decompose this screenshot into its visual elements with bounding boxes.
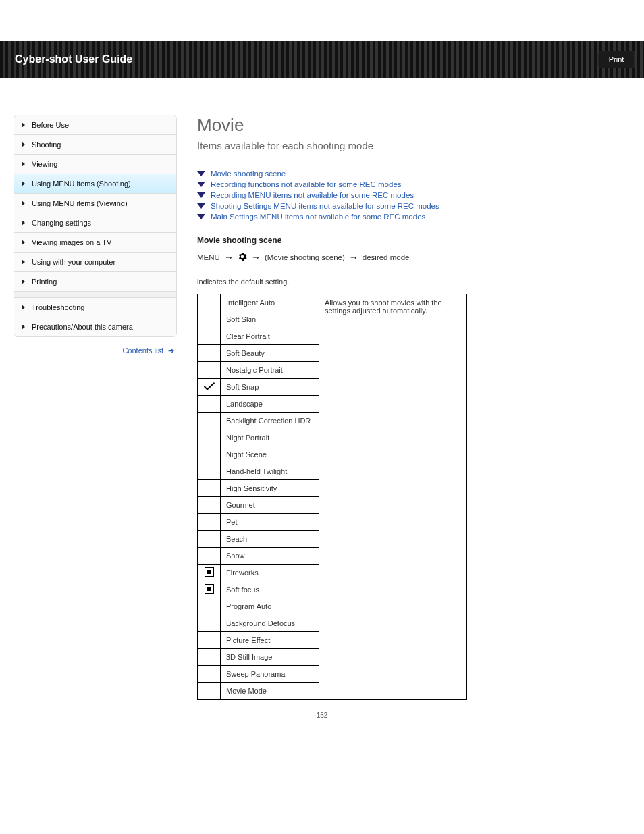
sidebar: Before Use Shooting Viewing Using MENU i… [14,115,177,355]
sidebar-item-changing-settings[interactable]: Changing settings [14,213,176,233]
arrow-right-icon: → [251,252,261,263]
layout: Before Use Shooting Viewing Using MENU i… [0,115,644,700]
checkmark-icon [203,384,215,392]
sidebar-item-printing[interactable]: Printing [14,272,176,292]
mark-cell [198,463,221,480]
label-cell: Soft Snap [221,379,319,396]
mark-cell [198,480,221,497]
settings-table: Intelligent Auto Allows you to shoot mov… [197,294,467,700]
label-cell: Night Scene [221,446,319,463]
label-cell: Nostalgic Portrait [221,362,319,379]
label-cell: Backlight Correction HDR [221,413,319,429]
mark-cell [198,531,221,548]
path-segment: (Movie shooting scene) [265,253,345,261]
toc-list: Movie shooting scene Recording functions… [197,168,630,222]
label-cell: Intelligent Auto [221,294,319,311]
mark-cell [198,581,221,598]
main-content: Movie Items available for each shooting … [177,115,630,700]
sidebar-item-troubleshooting[interactable]: Troubleshooting [14,297,176,317]
page-subtitle: Items available for each shooting mode [197,140,630,157]
dot-box-icon [205,567,214,577]
desc-cell: Allows you to shoot movies with the sett… [319,294,467,700]
mark-cell [198,548,221,565]
label-cell: Soft Beauty [221,345,319,362]
page-title: Movie [197,115,630,136]
arrow-right-icon: → [349,252,358,263]
label-cell: Night Portrait [221,429,319,446]
label-cell: Fireworks [221,565,319,581]
mark-cell [198,328,221,345]
mark-cell [198,311,221,328]
label-cell: Movie Mode [221,683,319,700]
label-cell: Soft focus [221,581,319,598]
mark-cell [198,497,221,514]
toc-item[interactable]: Recording MENU items not available for s… [197,190,630,201]
arrow-right-icon: ➔ [168,346,174,355]
table-row: Intelligent Auto Allows you to shoot mov… [198,294,467,311]
label-cell: 3D Still Image [221,649,319,666]
mark-cell [198,598,221,615]
mark-cell [198,429,221,446]
mark-cell [198,396,221,413]
label-cell: Sweep Panorama [221,666,319,683]
label-cell: High Sensitivity [221,480,319,497]
sidebar-item-view-on-tv[interactable]: Viewing images on a TV [14,233,176,253]
mark-cell [198,362,221,379]
path-segment: desired mode [363,253,410,261]
label-cell: Gourmet [221,497,319,514]
site-title: Cyber-shot User Guide [5,53,132,66]
mark-cell [198,683,221,700]
toc-item[interactable]: Shooting Settings MENU items not availab… [197,201,630,211]
label-cell: Pet [221,514,319,531]
menu-path: MENU → → (Movie shooting scene) → desire… [197,252,630,263]
label-cell: Picture Effect [221,632,319,649]
sidebar-item-menu-shooting[interactable]: Using MENU items (Shooting) [14,174,176,194]
mark-cell [198,514,221,531]
mark-cell [198,345,221,362]
label-cell: Program Auto [221,598,319,615]
sidebar-item-before-use[interactable]: Before Use [14,115,176,135]
sidebar-item-computer[interactable]: Using with your computer [14,253,176,272]
page-number: 152 [0,712,644,733]
sidebar-item-viewing[interactable]: Viewing [14,155,176,174]
toc-item[interactable]: Recording functions not available for so… [197,179,630,190]
default-note: indicates the default setting. [197,278,630,286]
label-cell: Snow [221,548,319,565]
label-cell: Hand-held Twilight [221,463,319,480]
section-heading: Movie shooting scene [197,236,630,245]
mark-cell [198,446,221,463]
mark-cell [198,413,221,429]
mark-cell [198,294,221,311]
label-cell: Soft Skin [221,311,319,328]
label-cell: Landscape [221,396,319,413]
contents-list-label[interactable]: Contents list [122,346,163,355]
dot-box-icon [205,584,214,594]
mark-cell [198,666,221,683]
path-segment: MENU [197,253,220,261]
label-cell: Background Defocus [221,615,319,632]
mark-cell [198,565,221,581]
print-button[interactable]: Print [598,51,635,68]
sidemenu: Before Use Shooting Viewing Using MENU i… [14,115,177,337]
mark-cell [198,379,221,396]
mark-cell [198,615,221,632]
label-cell: Clear Portrait [221,328,319,345]
toc-item[interactable]: Main Settings MENU items not available f… [197,211,630,222]
top-bar: Cyber-shot User Guide Print [0,41,644,78]
mark-cell [198,632,221,649]
sidebar-item-shooting[interactable]: Shooting [14,135,176,155]
contents-list-link[interactable]: Contents list ➔ [14,346,177,355]
mark-cell [198,649,221,666]
toc-item[interactable]: Movie shooting scene [197,168,630,179]
sidebar-item-menu-viewing[interactable]: Using MENU items (Viewing) [14,194,176,213]
gear-icon [238,252,247,263]
label-cell: Beach [221,531,319,548]
arrow-right-icon: → [224,252,234,263]
sidebar-item-precautions[interactable]: Precautions/About this camera [14,317,176,336]
